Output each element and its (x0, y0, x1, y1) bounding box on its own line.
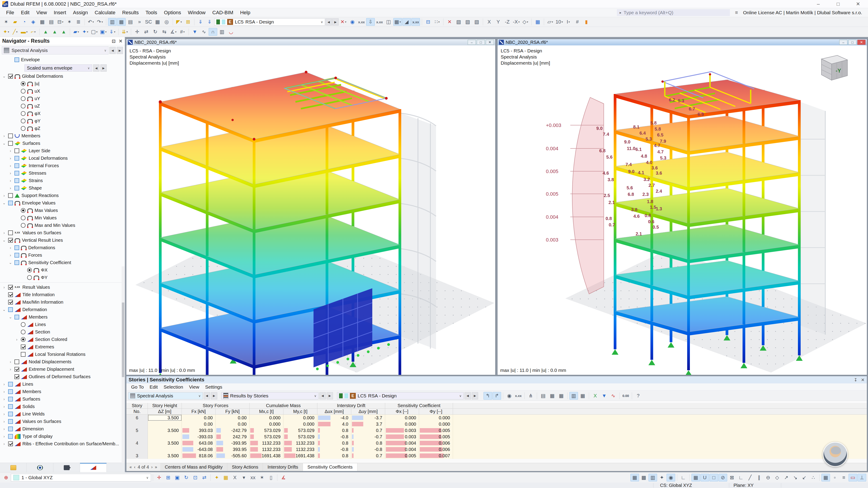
story-height-cell[interactable]: 3.500 (148, 453, 182, 459)
radio-button[interactable] (21, 89, 26, 94)
delete-results-icon[interactable]: ✕ (445, 18, 454, 26)
chevron-down-icon[interactable]: ⌄ (2, 201, 6, 205)
value-cell[interactable]: 0.005 (385, 453, 419, 459)
open-cloud-model-icon[interactable]: ◈ (29, 18, 37, 26)
checkbox[interactable] (14, 171, 19, 175)
chevron-right-icon[interactable]: › (8, 171, 13, 175)
export-excel-icon[interactable]: X (591, 392, 599, 400)
stories-analysis-prev[interactable]: ◀ (204, 392, 210, 399)
pin-bar-icon[interactable]: ⊥ (858, 474, 866, 482)
stories-analysis-next[interactable]: ▶ (211, 392, 217, 399)
chevron-right-icon[interactable]: › (2, 382, 6, 387)
tree-item-members[interactable]: ›Members (0, 132, 125, 140)
value-cell[interactable]: 818.06 (182, 453, 216, 459)
insert-member-icon[interactable]: ▬▾ (20, 28, 29, 36)
section-profile-icon[interactable]: I▾ (564, 18, 572, 26)
menu-cad-bim[interactable]: CAD-BIM (209, 9, 237, 17)
insert-opening-icon[interactable]: ▢▾ (90, 28, 98, 36)
values-on-deformed-icon[interactable]: x.xx (375, 18, 384, 26)
checkbox[interactable] (8, 442, 13, 446)
envelope-prev-button[interactable]: ◀ (93, 64, 99, 72)
menu-options[interactable]: Options (160, 9, 184, 17)
value-cell[interactable]: 0.003 (385, 427, 419, 433)
navigator-scrollbar[interactable] (122, 266, 125, 463)
result-frame-icon[interactable]: ∩ (209, 28, 217, 36)
chevron-right-icon[interactable]: › (8, 186, 13, 191)
tree-item-section[interactable]: Section (0, 328, 125, 336)
radio-button[interactable] (21, 119, 26, 123)
status-work-plane[interactable]: Plane: XY (734, 483, 754, 488)
checkbox[interactable] (8, 133, 13, 138)
stories-result-type-combo[interactable]: Results by Stories ∨ (221, 392, 318, 399)
snap-magnet-icon[interactable]: U (701, 474, 709, 482)
chevron-down-icon[interactable]: ∨ (459, 394, 462, 398)
table-row[interactable]: 33.500818.06-505.601691.4381691.4380.80.… (126, 453, 867, 459)
value-cell[interactable]: 0.000 (283, 421, 317, 427)
story-height-cell[interactable]: 3.500 (148, 440, 182, 446)
chevron-right-icon[interactable]: › (2, 193, 6, 198)
line-support-icon[interactable]: ▲ (51, 28, 59, 36)
value-cell[interactable]: -505.60 (216, 453, 250, 459)
value-cell[interactable]: 643.08 (182, 440, 216, 446)
menu-results[interactable]: Results (119, 9, 142, 17)
box-select-icon[interactable]: ⊡ (191, 474, 199, 482)
save-icon[interactable]: ▤ (47, 18, 56, 26)
view-y-icon[interactable]: Y (494, 18, 502, 26)
checkbox[interactable] (14, 186, 19, 191)
story-height-cell[interactable]: 3.500 (148, 415, 182, 421)
viewport-minimize-icon[interactable]: – (468, 40, 476, 45)
dropdown-caret-icon[interactable]: ▾ (96, 30, 97, 33)
rotate-tool-icon[interactable]: ↻ (151, 28, 160, 36)
snap-quadrant-icon[interactable]: ◇ (773, 474, 781, 482)
edit-tables-icon[interactable]: ▦ (38, 18, 46, 26)
filter-results-icon[interactable]: ▼ (191, 28, 199, 36)
print-icon[interactable]: ⊟▾ (56, 18, 65, 26)
chevron-right-icon[interactable]: › (2, 390, 6, 394)
tree-item-solids[interactable]: ›Solids (0, 403, 125, 410)
results-on-deformed-icon[interactable]: ⇩ (366, 18, 375, 26)
navigator-close-icon[interactable]: ✕ (119, 38, 123, 44)
print-graphic-icon[interactable]: ⊟ (424, 18, 432, 26)
load-case-next-button[interactable]: ▶ (332, 18, 339, 26)
chevron-right-icon[interactable]: › (2, 412, 6, 416)
value-cell[interactable]: 0.8 (317, 453, 351, 459)
plain-table-icon[interactable]: ▦ (579, 392, 587, 400)
menu-assign[interactable]: Assign (70, 9, 91, 17)
last-page-icon[interactable]: » (155, 465, 157, 469)
result-diagram-lines-icon[interactable]: ∿ (199, 28, 208, 36)
viewport-close-icon[interactable]: ✕ (486, 40, 494, 45)
table-help-icon[interactable]: ? (634, 392, 643, 400)
surface-support-icon[interactable]: ▲ (59, 28, 68, 36)
tree-item-deformation[interactable]: ⌄Deformation (0, 306, 125, 313)
chevron-right-icon[interactable]: › (2, 231, 6, 235)
value-cell[interactable]: 0.000 (385, 415, 419, 421)
user-avatar[interactable] (823, 442, 848, 467)
value-cell[interactable]: -393.03 (182, 433, 216, 440)
tree-item-sensitivity-coefficient[interactable]: ⌄Sensitivity Coefficient (0, 259, 125, 266)
value-cell[interactable]: -393.95 (216, 440, 250, 446)
viewport-close-icon[interactable]: ✕ (857, 40, 866, 45)
value-cell[interactable]: 393.95 (216, 446, 250, 453)
chevron-right-icon[interactable]: › (8, 246, 13, 250)
stretch-object-icon[interactable]: ⇄ (200, 474, 209, 482)
tree-item-max-values[interactable]: Max Values (0, 207, 125, 214)
guidelines-box-icon[interactable]: ▫ (831, 474, 839, 482)
stories-menu-view[interactable]: View (186, 384, 202, 390)
tree-item-section-colored[interactable]: ›Section Colored (0, 336, 125, 343)
radio-button[interactable] (21, 96, 26, 101)
tree-item-ux[interactable]: uX (0, 88, 125, 95)
tree-item-nodal-displacements[interactable]: ›Nodal Displacements (0, 358, 125, 365)
row-number-cell[interactable]: 4 (126, 440, 148, 446)
load-transfer-2-icon[interactable]: ⇓ (205, 18, 214, 26)
chevron-right-icon[interactable]: › (8, 164, 13, 168)
tree-item-vertical-result-lines[interactable]: ⌄Vertical Result Lines (0, 236, 125, 244)
checkbox[interactable] (8, 201, 13, 205)
dropdown-caret-icon[interactable]: ▾ (438, 20, 440, 24)
checkbox[interactable] (8, 307, 13, 312)
insert-surface-icon[interactable]: ▰▾ (72, 28, 81, 36)
value-cell[interactable]: 0.000 (419, 415, 453, 421)
radio-button[interactable] (21, 81, 26, 86)
chevron-right-icon[interactable]: › (8, 360, 13, 364)
dropdown-caret-icon[interactable]: ▾ (26, 30, 28, 33)
chevron-down-icon[interactable]: ∨ (146, 476, 149, 480)
